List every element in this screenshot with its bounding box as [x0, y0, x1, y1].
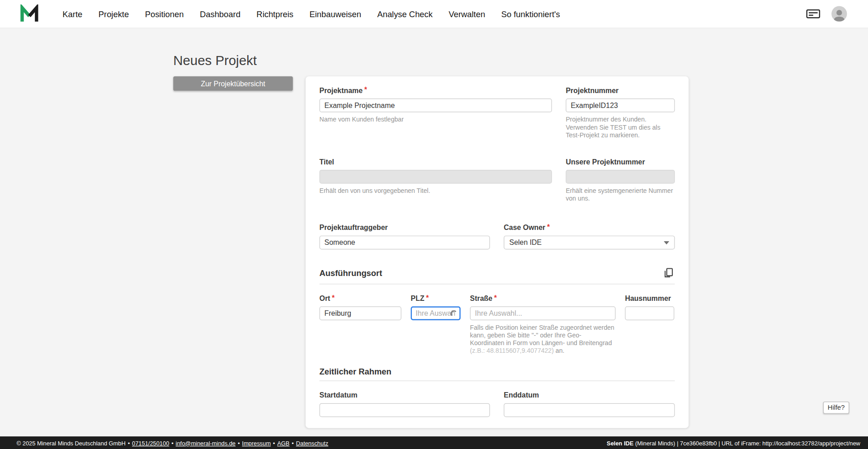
- zeitlicher-rahmen-section-head: Zeitlicher Rahmen: [320, 367, 675, 376]
- nav-item-so-funktionierts[interactable]: So funktioniert's: [501, 9, 560, 19]
- startdatum-input[interactable]: [320, 403, 490, 417]
- required-asterisk: *: [332, 294, 335, 302]
- required-asterisk: *: [364, 86, 367, 94]
- footer-session-user: Selen IDE: [607, 440, 633, 446]
- required-asterisk: *: [426, 294, 429, 302]
- content-copy-icon: [663, 267, 674, 278]
- hausnummer-label-row: Hausnummer: [625, 294, 674, 302]
- startdatum-label: Startdatum: [320, 391, 358, 399]
- form-row-titel: Titel Erhält den von uns vorgegebenen Ti…: [320, 154, 675, 203]
- footer-copyright: © 2025 Mineral Minds Deutschland GmbH: [17, 440, 126, 446]
- page-content: Neues Projekt Zur Projektübersicht Proje…: [0, 28, 868, 436]
- projektname-label-row: Projektname *: [320, 86, 552, 94]
- field-case-owner: Case Owner * Selen IDE: [504, 220, 675, 249]
- field-projektname: Projektname * Name vom Kunden festlegbar: [320, 83, 552, 123]
- page-layout: Zur Projektübersicht Projektname * Name …: [173, 76, 868, 436]
- field-hausnummer: Hausnummer: [625, 291, 674, 320]
- footer-datenschutz-link[interactable]: Datenschutz: [296, 440, 328, 446]
- enddatum-label: Enddatum: [504, 391, 539, 399]
- separator-dot: •: [128, 440, 130, 446]
- field-startdatum: Startdatum: [320, 388, 490, 417]
- form-row-name-number: Projektname * Name vom Kunden festlegbar…: [320, 83, 675, 139]
- field-titel: Titel Erhält den von uns vorgegebenen Ti…: [320, 154, 552, 195]
- projektname-input[interactable]: [320, 98, 552, 112]
- projektauftraggeber-label-row: Projektauftraggeber: [320, 224, 490, 232]
- strasse-helper: Falls die Position keiner Straße zugeord…: [470, 323, 616, 355]
- chevron-down-icon: [664, 241, 669, 244]
- unsere-projektnummer-helper: Erhält eine systemgenerierte Nummer von …: [566, 187, 675, 202]
- field-projektnummer: Projektnummer Projektnummer des Kunden. …: [566, 83, 675, 139]
- nav-item-karte[interactable]: Karte: [62, 9, 82, 19]
- projektnummer-input[interactable]: [566, 98, 675, 112]
- titel-input: [320, 170, 552, 184]
- projektnummer-label: Projektnummer: [566, 86, 618, 94]
- footer-session-rest: (Mineral Minds) | 7ce360e83fb0 | URL of …: [633, 440, 860, 446]
- footer-impressum-link[interactable]: Impressum: [242, 440, 271, 446]
- navbar: Karte Projekte Positionen Dashboard Rich…: [0, 0, 868, 28]
- form-row-dates: Startdatum Enddatum: [320, 388, 675, 417]
- required-asterisk: *: [494, 294, 497, 302]
- case-owner-value: Selen IDE: [509, 239, 542, 247]
- strasse-label: Straße: [470, 294, 493, 302]
- case-owner-select[interactable]: Selen IDE: [504, 236, 675, 250]
- startdatum-label-row: Startdatum: [320, 391, 490, 399]
- field-unsere-projektnummer: Unsere Projektnummer Erhält eine systemg…: [566, 154, 675, 203]
- nav-item-einbauweisen[interactable]: Einbauweisen: [310, 9, 361, 19]
- plz-label: PLZ: [411, 294, 425, 302]
- zeitlicher-rahmen-heading: Zeitlicher Rahmen: [320, 367, 392, 376]
- nav-item-analyse-check[interactable]: Analyse Check: [377, 9, 433, 19]
- nav-item-positionen[interactable]: Positionen: [145, 9, 184, 19]
- separator-dot: •: [238, 440, 240, 446]
- case-owner-label: Case Owner: [504, 224, 545, 232]
- section-divider: [320, 380, 675, 381]
- footer-links: © 2025 Mineral Minds Deutschland GmbH•07…: [17, 440, 328, 446]
- field-ort: Ort *: [320, 291, 401, 320]
- user-avatar[interactable]: [831, 6, 847, 21]
- main-nav: Karte Projekte Positionen Dashboard Rich…: [62, 9, 560, 19]
- card-reader-icon[interactable]: [806, 8, 821, 19]
- footer-phone-link[interactable]: 07151/250100: [132, 440, 169, 446]
- hausnummer-label: Hausnummer: [625, 294, 671, 302]
- field-enddatum: Enddatum: [504, 388, 675, 417]
- titel-helper: Erhält den von uns vorgegebenen Titel.: [320, 187, 552, 195]
- strasse-input[interactable]: [470, 306, 616, 320]
- separator-dot: •: [292, 440, 294, 446]
- separator-dot: •: [273, 440, 275, 446]
- footer: © 2025 Mineral Minds Deutschland GmbH•07…: [0, 436, 868, 449]
- separator-dot: •: [171, 440, 174, 446]
- unsere-projektnummer-input: [566, 170, 675, 184]
- projektauftraggeber-input[interactable]: [320, 236, 490, 250]
- field-projektauftraggeber: Projektauftraggeber: [320, 220, 490, 249]
- app-root: Karte Projekte Positionen Dashboard Rich…: [0, 0, 868, 449]
- footer-session-info: Selen IDE (Mineral Minds) | 7ce360e83fb0…: [607, 440, 860, 446]
- form-row-auftraggeber-owner: Projektauftraggeber Case Owner * Selen I…: [320, 220, 675, 249]
- help-button[interactable]: Hilfe?: [823, 402, 849, 414]
- plz-label-row: PLZ *: [411, 294, 461, 302]
- nav-item-dashboard[interactable]: Dashboard: [200, 9, 241, 19]
- strasse-label-row: Straße *: [470, 294, 616, 302]
- copy-address-button[interactable]: [661, 266, 675, 279]
- case-owner-label-row: Case Owner *: [504, 224, 675, 232]
- nav-item-projekte[interactable]: Projekte: [99, 9, 129, 19]
- nav-item-verwalten[interactable]: Verwalten: [448, 9, 485, 19]
- back-to-projects-button[interactable]: Zur Projektübersicht: [173, 76, 292, 91]
- footer-agb-link[interactable]: AGB: [277, 440, 289, 446]
- enddatum-label-row: Enddatum: [504, 391, 675, 399]
- titel-label-row: Titel: [320, 158, 552, 166]
- nav-item-richtpreis[interactable]: Richtpreis: [256, 9, 293, 19]
- field-strasse: Straße * Falls die Position keiner Straß…: [470, 291, 616, 355]
- footer-email-link[interactable]: info@mineral-minds.de: [176, 440, 236, 446]
- project-form-card: Projektname * Name vom Kunden festlegbar…: [306, 76, 689, 428]
- unsere-projektnummer-label: Unsere Projektnummer: [566, 158, 645, 166]
- form-row-address: Ort * PLZ *: [320, 291, 675, 355]
- ausfuehrungsort-heading: Ausführungsort: [320, 268, 382, 277]
- ort-input[interactable]: [320, 306, 401, 320]
- enddatum-input[interactable]: [504, 403, 675, 417]
- mineral-minds-logo-icon[interactable]: [20, 5, 39, 23]
- unsere-projektnummer-label-row: Unsere Projektnummer: [566, 158, 675, 166]
- projektnummer-label-row: Projektnummer: [566, 86, 675, 94]
- ort-label-row: Ort *: [320, 294, 401, 302]
- projektname-helper: Name vom Kunden festlegbar: [320, 116, 552, 123]
- navbar-right: [806, 6, 847, 21]
- hausnummer-input[interactable]: [625, 306, 674, 320]
